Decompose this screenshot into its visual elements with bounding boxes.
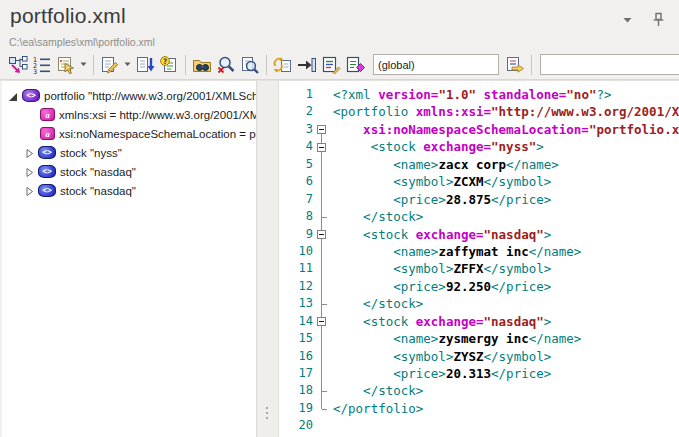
code-text: <name>zaffymat inc</name>	[329, 243, 581, 260]
tree-item[interactable]: axmlns:xsi = http://www.w3.org/2001/XMLS…	[2, 105, 256, 124]
collapse-arrow-icon[interactable]	[24, 166, 38, 178]
document-help-icon: ?	[159, 55, 179, 75]
import-document-button[interactable]	[133, 53, 157, 77]
fold-marker	[313, 348, 329, 365]
search-document-button[interactable]	[238, 53, 262, 77]
document-help-button[interactable]: ?	[157, 53, 181, 77]
goto-definition-icon	[297, 55, 317, 75]
code-editor[interactable]: 1<?xml version="1.0" standalone="no"?>2<…	[279, 81, 679, 437]
fold-marker	[313, 382, 329, 399]
code-line[interactable]: 18 </stock>	[279, 382, 679, 399]
tree-item-label: stock "nasdaq"	[60, 166, 136, 178]
line-number: 5	[279, 156, 313, 173]
tree-item[interactable]: axsi:noNamespaceSchemaLocation = portfol…	[2, 124, 256, 143]
line-number: 18	[279, 382, 313, 399]
code-line[interactable]: 9 <stock exchange="nasdaq">	[279, 226, 679, 243]
panel-splitter[interactable]	[257, 81, 279, 437]
code-line[interactable]: 19</portfolio>	[279, 400, 679, 417]
fold-marker	[313, 260, 329, 277]
fold-marker	[313, 86, 329, 103]
chevron-down-icon	[623, 17, 632, 23]
tree-item[interactable]: <>stock "nasdaq"	[2, 181, 256, 200]
structure-view-button[interactable]	[6, 53, 30, 77]
code-line[interactable]: 2<portfolio xmlns:xsi="http://www.w3.org…	[279, 103, 679, 120]
code-text: <stock exchange="nasdaq">	[329, 313, 551, 330]
line-number: 19	[279, 400, 313, 417]
fold-marker	[313, 400, 329, 417]
svg-text:3: 3	[33, 68, 37, 75]
code-line[interactable]: 11 <symbol>ZFFX</symbol>	[279, 260, 679, 277]
code-text: <symbol>ZYSZ</symbol>	[329, 348, 551, 365]
line-number: 3	[279, 121, 313, 138]
attribute-icon: a	[40, 127, 55, 140]
fold-toggle-icon[interactable]	[313, 121, 329, 138]
fold-marker	[313, 208, 329, 225]
code-line[interactable]: 20	[279, 417, 679, 434]
code-line[interactable]: 13 </stock>	[279, 295, 679, 312]
select-form-button[interactable]	[54, 53, 78, 77]
splitter-grip-icon	[266, 407, 269, 422]
code-line[interactable]: 4 <stock exchange="nyss">	[279, 138, 679, 155]
fold-toggle-icon[interactable]	[313, 226, 329, 243]
fold-toggle-icon[interactable]	[313, 313, 329, 330]
tree-item[interactable]: <>portfolio "http://www.w3.org/2001/XMLS…	[2, 86, 256, 105]
edit-document-button[interactable]	[98, 53, 122, 77]
apply-transform-button[interactable]	[503, 53, 527, 77]
fold-marker	[313, 243, 329, 260]
toolbar: 1 2 3	[0, 50, 679, 80]
code-line[interactable]: 15 <name>zysmergy inc</name>	[279, 330, 679, 347]
code-line[interactable]: 5 <name>zacx corp</name>	[279, 156, 679, 173]
code-line[interactable]: 12 <price>92.250</price>	[279, 278, 679, 295]
pin-panel-button[interactable]	[650, 10, 667, 29]
code-text: xsi:noNamespaceSchemaLocation="portfolio…	[329, 121, 679, 138]
panel-menu-button[interactable]	[621, 15, 634, 25]
search-document-icon	[240, 55, 260, 75]
line-number: 2	[279, 103, 313, 120]
find-in-files-button[interactable]	[190, 53, 214, 77]
toolbar-separator	[266, 55, 267, 75]
xml-tree[interactable]: <>portfolio "http://www.w3.org/2001/XMLS…	[2, 81, 257, 437]
line-number: 17	[279, 365, 313, 382]
edit-document-dropdown-caret[interactable]	[122, 53, 133, 77]
code-line[interactable]: 14 <stock exchange="nasdaq">	[279, 313, 679, 330]
refresh-document-button[interactable]	[271, 53, 295, 77]
line-number: 9	[279, 226, 313, 243]
transform-document-button[interactable]	[343, 53, 367, 77]
line-number: 15	[279, 330, 313, 347]
search-input[interactable]	[540, 54, 679, 75]
style-document-button[interactable]	[319, 53, 343, 77]
document-title: portfolio.xml	[10, 4, 126, 28]
element-blue-icon: <>	[38, 165, 56, 178]
collapse-arrow-icon[interactable]	[24, 147, 38, 159]
code-line[interactable]: 8 </stock>	[279, 208, 679, 225]
scope-combo[interactable]	[373, 54, 499, 75]
code-line[interactable]: 6 <symbol>ZCXM</symbol>	[279, 173, 679, 190]
code-text: <stock exchange="nasdaq">	[329, 226, 551, 243]
select-form-icon	[56, 55, 76, 75]
expand-arrow-icon[interactable]	[8, 90, 22, 102]
line-number: 12	[279, 278, 313, 295]
attribute-icon: a	[40, 108, 55, 121]
code-line[interactable]: 1<?xml version="1.0" standalone="no"?>	[279, 86, 679, 103]
code-line[interactable]: 7 <price>28.875</price>	[279, 191, 679, 208]
numbered-list-button[interactable]: 1 2 3	[30, 53, 54, 77]
collapse-arrow-icon[interactable]	[24, 185, 38, 197]
tree-item[interactable]: <>stock "nyss"	[2, 143, 256, 162]
file-path: C:\ea\samples\xml\portfolio.xml	[9, 36, 155, 48]
code-line[interactable]: 16 <symbol>ZYSZ</symbol>	[279, 348, 679, 365]
code-line[interactable]: 17 <price>20.313</price>	[279, 365, 679, 382]
code-line[interactable]: 10 <name>zaffymat inc</name>	[279, 243, 679, 260]
element-purple-icon: <>	[22, 89, 40, 102]
import-document-icon	[135, 55, 155, 75]
fold-marker	[313, 156, 329, 173]
validate-document-button[interactable]	[214, 53, 238, 77]
code-line[interactable]: 3 xsi:noNamespaceSchemaLocation="portfol…	[279, 121, 679, 138]
line-number: 4	[279, 138, 313, 155]
svg-text:?: ?	[163, 56, 167, 65]
fold-toggle-icon[interactable]	[313, 138, 329, 155]
code-text: <stock exchange="nyss">	[329, 138, 544, 155]
titlebar: portfolio.xml	[0, 0, 679, 34]
goto-definition-button[interactable]	[295, 53, 319, 77]
select-form-dropdown-caret[interactable]	[78, 53, 89, 77]
tree-item[interactable]: <>stock "nasdaq"	[2, 162, 256, 181]
